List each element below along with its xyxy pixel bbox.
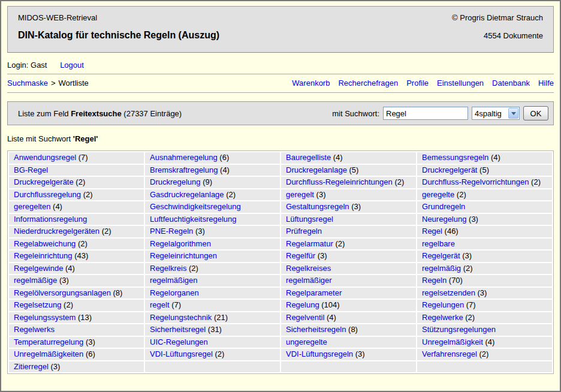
word-link[interactable]: Regelfür — [286, 251, 315, 260]
word-link[interactable]: Regelorganen — [150, 288, 199, 297]
word-link[interactable]: Druckregelung — [150, 177, 201, 186]
word-link[interactable]: Informationsregelung — [14, 215, 87, 224]
menu-item-profile[interactable]: Profile — [406, 79, 429, 88]
word-cell: Niederdruckregelgeräten (2) — [9, 226, 144, 237]
word-link[interactable]: regelbare — [422, 239, 455, 248]
word-link[interactable]: Prüfregeln — [286, 227, 322, 236]
word-link[interactable]: Regeln — [422, 276, 447, 285]
word-count: (3) — [314, 190, 326, 199]
word-link[interactable]: Bemessungsregeln — [422, 153, 488, 162]
word-link[interactable]: Niederdruckregelgeräten — [14, 227, 99, 236]
word-link[interactable]: ungeregelte — [286, 337, 327, 346]
word-link[interactable]: Durchflussregelung — [14, 190, 81, 199]
word-link[interactable]: geregelt — [286, 190, 314, 199]
word-link[interactable]: Geschwindigkeitsregelung — [150, 202, 241, 211]
search-bar-panel: Liste zum Feld Freitextsuche (27337 Eint… — [7, 101, 554, 125]
word-link[interactable]: regelmäßig — [422, 264, 461, 273]
word-link[interactable]: geregelten — [14, 202, 50, 211]
word-link[interactable]: Regelungssystem — [14, 313, 76, 322]
word-link[interactable]: Verfahrensregel — [422, 349, 477, 358]
word-link[interactable]: Lüftungsregel — [286, 215, 333, 224]
word-link[interactable]: PNE-Regeln — [150, 227, 193, 236]
breadcrumb-suchmaske-link[interactable]: Suchmaske — [7, 79, 48, 88]
word-link[interactable]: Bauregelliste — [286, 153, 331, 162]
word-link[interactable]: geregelte — [422, 190, 454, 199]
select-dropdown-button[interactable] — [508, 108, 518, 119]
word-link[interactable]: Regelkreis — [150, 264, 186, 273]
word-cell: Regelfür (3) — [281, 251, 416, 262]
word-link[interactable]: Druckregelgeräte — [14, 177, 74, 186]
word-cell: Regelgerät (3) — [417, 251, 552, 262]
word-link[interactable]: Sicherheitsregeln — [286, 325, 346, 334]
word-link[interactable]: Regeleinrichtungen — [150, 251, 217, 260]
word-link[interactable]: Sicherheitsregel — [150, 325, 206, 334]
word-cell: Gasdruckregelanlage (2) — [145, 189, 280, 201]
word-count: (2) — [213, 349, 225, 358]
word-link[interactable]: regelmäßige — [14, 276, 57, 285]
word-link[interactable]: regelsetzenden — [422, 288, 475, 297]
word-link[interactable]: Temperaturregelung — [14, 337, 83, 346]
word-link[interactable]: Bremskraftregelung — [150, 165, 218, 174]
word-link[interactable]: UIC-Regelungen — [150, 337, 208, 346]
word-link[interactable]: Neuregelung — [422, 215, 466, 224]
word-count: (70) — [447, 276, 463, 285]
word-link[interactable]: Regelung — [286, 300, 319, 309]
word-link[interactable]: Regelgewinde — [14, 264, 63, 273]
ok-button[interactable]: OK — [523, 106, 548, 120]
word-link[interactable]: Druckregelgerät — [422, 165, 478, 174]
word-link[interactable]: Regelabweichung — [14, 239, 76, 248]
word-cell: Regelkreises — [281, 263, 416, 275]
word-link[interactable]: Regelsetzung — [14, 300, 62, 309]
word-link[interactable]: Gasdruckregelanlage — [150, 190, 224, 199]
word-link[interactable]: BG-Regel — [14, 165, 48, 174]
word-link[interactable]: regelmäßiger — [286, 276, 332, 285]
logout-link[interactable]: Logout — [60, 61, 84, 70]
search-input[interactable] — [383, 107, 468, 120]
column-layout-select[interactable]: 4spaltig — [472, 107, 520, 120]
word-link[interactable]: Durchfluss-Regeleinrichtungen — [286, 177, 393, 186]
word-link[interactable]: Zitierregel — [14, 362, 49, 371]
word-cell: Druckregelgerät (5) — [417, 165, 552, 176]
word-link[interactable]: Regelkreises — [286, 264, 331, 273]
word-link[interactable]: regelt — [150, 300, 170, 309]
word-link[interactable]: regelmäßigen — [150, 276, 198, 285]
word-link[interactable]: Regelwerks — [14, 325, 55, 334]
menu-item-datenbank[interactable]: Datenbank — [492, 79, 530, 88]
word-link[interactable]: Regeleinrichtung — [14, 251, 73, 260]
word-cell: Druckregelung (9) — [145, 177, 280, 188]
word-count: (4) — [488, 153, 500, 162]
word-link[interactable]: Stützungsregelungen — [422, 325, 496, 334]
word-link[interactable]: Regel — [422, 227, 442, 236]
word-count: (3) — [315, 251, 327, 260]
word-link[interactable]: Durchfluss-Regelvorrichtungen — [422, 177, 529, 186]
word-link[interactable]: VDI-Lüftungsregel — [150, 349, 213, 358]
word-link[interactable]: Unregelmäßigkeiten — [14, 349, 83, 358]
word-link[interactable]: Regelungen — [422, 300, 464, 309]
menu-item-warenkorb[interactable]: Warenkorb — [292, 79, 330, 88]
word-link[interactable]: Anwendungsregel — [14, 153, 76, 162]
word-link[interactable]: Regelparameter — [286, 288, 342, 297]
word-link[interactable]: Unregelmäßigkeit — [422, 337, 483, 346]
word-link[interactable]: Regelarmatur — [286, 239, 333, 248]
word-link[interactable]: Luftfeuchtigkeitsregelung — [150, 215, 237, 224]
menu-item-einstellungen[interactable]: Einstellungen — [437, 79, 484, 88]
word-link[interactable]: Gestaltungsregeln — [286, 202, 349, 211]
breadcrumb-separator: > — [51, 79, 56, 88]
word-link[interactable]: Grundregeln — [422, 202, 465, 211]
menu-item-hilfe[interactable]: Hilfe — [538, 79, 554, 88]
word-count: (6) — [218, 153, 230, 162]
word-link[interactable]: Regelölversorgungsanlagen — [14, 288, 111, 297]
word-cell: regelmäßige (3) — [9, 275, 144, 287]
word-cell: Durchflussregelung (2) — [9, 189, 144, 201]
menu-item-recherchefragen[interactable]: Recherchefragen — [338, 79, 398, 88]
word-link[interactable]: VDI-Lüftungsregeln — [286, 349, 353, 358]
word-cell: Regel (46) — [417, 226, 552, 237]
word-link[interactable]: Regelungstechnik — [150, 313, 212, 322]
word-link[interactable]: Ausnahmeregelung — [150, 153, 218, 162]
word-link[interactable]: Druckregelanlage — [286, 165, 347, 174]
word-cell: Druckregelgeräte (2) — [9, 177, 144, 188]
word-link[interactable]: Regelgerät — [422, 251, 460, 260]
word-link[interactable]: Regelwerke — [422, 313, 463, 322]
word-link[interactable]: Regelalgorithmen — [150, 239, 211, 248]
word-link[interactable]: Regelventil — [286, 313, 324, 322]
